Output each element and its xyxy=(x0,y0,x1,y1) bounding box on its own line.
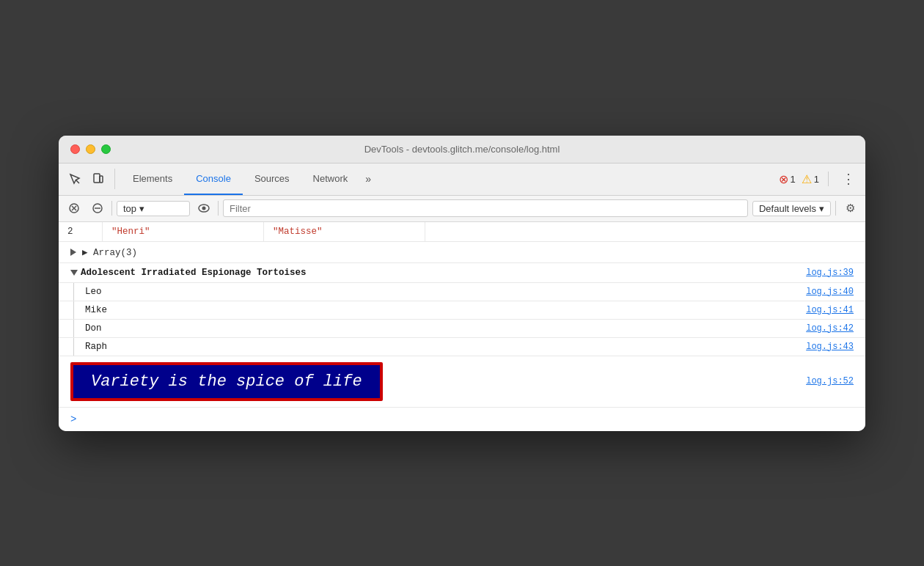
list-item-don-ref[interactable]: log.js:42 xyxy=(806,323,854,334)
svg-point-9 xyxy=(202,207,206,210)
svg-rect-2 xyxy=(100,176,103,183)
list-item-raph-ref[interactable]: log.js:43 xyxy=(806,342,854,352)
tab-console[interactable]: Console xyxy=(184,163,243,195)
console-content: 2 "Henri" "Matisse" ▶ Array(3) Adolescen… xyxy=(59,222,865,431)
list-item: Leo log.js:40 xyxy=(59,283,865,301)
tab-sources[interactable]: Sources xyxy=(243,163,301,195)
prompt-row: > xyxy=(59,408,865,431)
error-count: 1 xyxy=(791,174,796,185)
levels-arrow: ▾ xyxy=(819,203,824,214)
inspect-element-button[interactable] xyxy=(65,169,85,189)
svg-line-0 xyxy=(76,180,79,183)
main-toolbar: Elements Console Sources Network » ⊗ 1 ⚠… xyxy=(59,163,865,196)
more-options-button[interactable]: ⋮ xyxy=(837,168,859,190)
collapse-group-icon[interactable] xyxy=(70,270,78,276)
context-selector[interactable]: top ▾ xyxy=(117,201,190,216)
context-dropdown-arrow: ▾ xyxy=(139,203,144,214)
toolbar-icon-group xyxy=(65,169,115,189)
group-line-ref[interactable]: log.js:39 xyxy=(806,268,854,278)
list-item: Raph log.js:43 xyxy=(59,338,865,356)
console-toolbar-separator-2 xyxy=(218,201,219,216)
levels-label: Default levels xyxy=(759,203,816,214)
tab-elements[interactable]: Elements xyxy=(121,163,184,195)
clear-console-button[interactable] xyxy=(65,199,84,218)
list-item-mike: Mike xyxy=(85,305,107,315)
table-empty-cell xyxy=(425,222,865,241)
array-label: ▶ Array(3) xyxy=(82,246,137,258)
list-item-raph: Raph xyxy=(85,342,107,352)
styled-text: Variety is the spice of life xyxy=(91,372,362,391)
list-item-don: Don xyxy=(85,323,102,334)
more-tabs-button[interactable]: » xyxy=(359,163,377,195)
group-label: Adolescent Irradiated Espionage Tortoise… xyxy=(81,268,307,278)
console-input[interactable] xyxy=(82,414,854,425)
warn-count: 1 xyxy=(814,174,819,185)
traffic-lights xyxy=(70,144,111,154)
devtools-window: DevTools - devtools.glitch.me/console/lo… xyxy=(59,136,865,431)
styled-text-box: Variety is the spice of life xyxy=(70,362,383,401)
styled-output-row: Variety is the spice of life log.js:52 xyxy=(59,356,865,408)
list-item: Don log.js:42 xyxy=(59,320,865,338)
window-title: DevTools - devtools.glitch.me/console/lo… xyxy=(364,144,560,155)
table-lastname-cell: "Matisse" xyxy=(264,222,425,241)
maximize-button[interactable] xyxy=(101,144,111,154)
minimize-button[interactable] xyxy=(86,144,95,154)
warn-badge: ⚠ 1 xyxy=(802,172,819,186)
context-label: top xyxy=(123,203,136,214)
console-toolbar: top ▾ Default levels ▾ ⚙ xyxy=(59,196,865,222)
tab-bar: Elements Console Sources Network » xyxy=(121,163,377,195)
console-toolbar-separator-1 xyxy=(111,201,112,216)
levels-dropdown[interactable]: Default levels ▾ xyxy=(752,201,831,216)
list-item-leo-ref[interactable]: log.js:40 xyxy=(806,287,854,297)
prompt-chevron: > xyxy=(70,414,76,425)
table-firstname-cell: "Henri" xyxy=(103,222,264,241)
group-row: Adolescent Irradiated Espionage Tortoise… xyxy=(59,263,865,283)
styled-output-ref[interactable]: log.js:52 xyxy=(806,376,854,386)
eye-button[interactable] xyxy=(194,199,213,218)
device-toggle-button[interactable] xyxy=(88,169,109,189)
title-bar: DevTools - devtools.glitch.me/console/lo… xyxy=(59,136,865,163)
table-data-row: 2 "Henri" "Matisse" xyxy=(59,222,865,242)
svg-rect-1 xyxy=(94,174,100,183)
list-item-mike-ref[interactable]: log.js:41 xyxy=(806,305,854,315)
error-icon: ⊗ xyxy=(779,172,788,186)
tab-network[interactable]: Network xyxy=(301,163,360,195)
list-item: Mike log.js:41 xyxy=(59,301,865,320)
close-button[interactable] xyxy=(70,144,80,154)
warn-icon: ⚠ xyxy=(802,172,812,186)
settings-button[interactable]: ⚙ xyxy=(840,199,859,218)
array-row: ▶ Array(3) xyxy=(59,242,865,263)
table-index-cell: 2 xyxy=(59,222,103,241)
block-network-button[interactable] xyxy=(88,199,107,218)
console-toolbar-separator-3 xyxy=(835,201,836,216)
filter-input[interactable] xyxy=(223,199,748,217)
error-badge: ⊗ 1 xyxy=(779,172,796,186)
toolbar-right: ⊗ 1 ⚠ 1 ⋮ xyxy=(779,168,859,190)
list-item-leo: Leo xyxy=(85,287,102,297)
toolbar-separator xyxy=(828,172,829,186)
expand-array-icon[interactable] xyxy=(70,249,76,256)
